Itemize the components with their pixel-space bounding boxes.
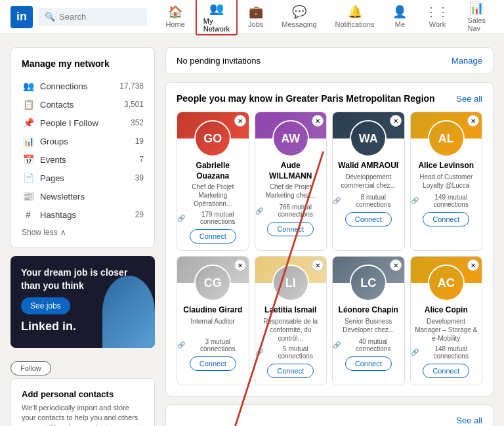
pages-label: Pages <box>40 173 135 183</box>
notifications-icon: 🔔 <box>348 5 362 19</box>
sidebar-item-hashtags[interactable]: # Hashtags 29 <box>22 205 144 224</box>
jobs-icon: 💼 <box>249 5 263 19</box>
connect-btn-3[interactable]: Connect <box>423 212 469 226</box>
ad-card: Your dream job is closer than you think … <box>10 256 155 348</box>
nav-home[interactable]: 🏠 Home <box>158 2 192 32</box>
person-title-5: Responsable de la conformité, du contrôl… <box>255 317 327 343</box>
nav-home-label: Home <box>165 20 184 28</box>
avatar-3: AL <box>428 120 465 157</box>
nav-me-label: Me <box>395 20 405 28</box>
manage-network-card: Manage my network 👥 Connections 17,738 📋… <box>10 47 155 248</box>
person-name-1: Aude WILLMANN <box>255 161 327 181</box>
search-bar[interactable]: 🔍 <box>38 8 147 26</box>
people-grid-1: ✕ GO Gabrielle Ouazana Chef de Projet Ma… <box>177 112 482 251</box>
see-all-3[interactable]: See all <box>456 415 482 425</box>
nav-network-label: My Network <box>203 17 230 33</box>
show-less-btn[interactable]: Show less ∧ <box>22 228 144 237</box>
sidebar-item-contacts[interactable]: 📋 Contacts 3,501 <box>22 95 144 114</box>
avatar-0: GO <box>194 120 231 157</box>
close-btn-6[interactable]: ✕ <box>390 259 402 271</box>
search-icon: 🔍 <box>45 12 55 22</box>
sidebar-item-people-follow[interactable]: 📌 People I Follow 352 <box>22 114 144 132</box>
connect-btn-5[interactable]: Connect <box>267 364 314 378</box>
mutual-icon-1: 🔗 <box>255 207 263 215</box>
nav-work[interactable]: ⋮⋮ Work <box>417 2 457 32</box>
pages-icon: 📄 <box>22 173 35 183</box>
person-title-0: Chef de Projet Marketing Opérationn... <box>177 182 249 208</box>
close-btn-3[interactable]: ✕ <box>467 115 479 127</box>
contact-card: Add personal contacts We'll periodically… <box>10 378 155 426</box>
newsletters-label: Newsletters <box>40 192 144 202</box>
avatar-initials-3: AL <box>429 121 463 156</box>
people-section-1: People you may know in Greater Paris Met… <box>165 82 494 396</box>
sidebar-item-groups[interactable]: 📊 Groups 19 <box>22 132 144 150</box>
avatar-initials-4: CG <box>196 266 230 300</box>
connect-btn-4[interactable]: Connect <box>190 356 236 371</box>
work-icon: ⋮⋮ <box>425 5 449 19</box>
manage-link[interactable]: Manage <box>452 56 482 66</box>
mutual-icon-4: 🔗 <box>177 341 185 349</box>
avatar-7: AC <box>428 265 465 301</box>
person-mutual-4: 🔗 3 mutual connections <box>177 338 249 352</box>
invitations-bar: No pending invitations Manage <box>165 47 494 74</box>
person-title-4: Internal Auditor <box>177 317 249 335</box>
pages-count: 39 <box>135 173 144 182</box>
person-mutual-2: 🔗 8 mutual connections <box>333 194 404 208</box>
close-btn-0[interactable]: ✕ <box>234 115 246 127</box>
nav-notifications[interactable]: 🔔 Notifications <box>327 2 383 32</box>
person-title-6: Senior Business Developer chez... <box>333 317 404 335</box>
nav-sales-label: Sales Nav <box>467 16 486 32</box>
groups-icon: 📊 <box>22 136 35 146</box>
avatar-initials-0: GO <box>196 121 230 156</box>
follow-button[interactable]: Follow <box>10 361 51 375</box>
nav-jobs[interactable]: 💼 Jobs <box>240 2 271 32</box>
person-name-2: Walid AMRAOUI <box>333 161 404 171</box>
section-header-1: People you may know in Greater Paris Met… <box>177 93 482 104</box>
mutual-icon-3: 🔗 <box>411 197 419 204</box>
sidebar-item-pages[interactable]: 📄 Pages 39 <box>22 169 144 187</box>
person-mutual-1: 🔗 766 mutual connections <box>255 203 327 218</box>
events-icon: 📅 <box>22 154 35 165</box>
connect-btn-7[interactable]: Connect <box>423 364 469 378</box>
person-card-5: ✕ LI Laetitia Ismail Responsable de la c… <box>255 256 327 385</box>
close-btn-4[interactable]: ✕ <box>234 259 246 271</box>
person-name-3: Alice Levinson <box>411 161 482 171</box>
avatar-4: CG <box>194 265 231 301</box>
mutual-icon-5: 🔗 <box>255 349 263 356</box>
search-input[interactable] <box>59 12 140 22</box>
avatar-initials-7: AC <box>429 266 463 300</box>
close-btn-2[interactable]: ✕ <box>390 115 402 127</box>
connect-btn-0[interactable]: Connect <box>190 229 236 244</box>
person-title-7: Development Manager – Storage & e-Mobili… <box>411 317 482 343</box>
me-icon: 👤 <box>392 5 407 19</box>
sidebar-item-newsletters[interactable]: 📰 Newsletters <box>22 187 144 205</box>
people-follow-count: 352 <box>131 118 144 127</box>
see-all-1[interactable]: See all <box>456 94 482 104</box>
nav-notifications-label: Notifications <box>335 20 375 28</box>
person-card-0: ✕ GO Gabrielle Ouazana Chef de Projet Ma… <box>177 112 249 251</box>
linkedin-logo[interactable]: in <box>10 6 33 28</box>
events-label: Events <box>40 155 139 165</box>
ad-person-image <box>102 276 155 348</box>
nav-messaging[interactable]: 💬 Messaging <box>274 2 324 32</box>
sidebar-item-events[interactable]: 📅 Events 7 <box>22 150 144 169</box>
connect-btn-2[interactable]: Connect <box>345 212 392 226</box>
person-title-3: Head of Customer Loyalty @Lucca <box>411 173 482 191</box>
avatar-initials-1: AW <box>274 121 308 156</box>
close-btn-1[interactable]: ✕ <box>312 115 324 127</box>
nav-sales-nav[interactable]: 📊 Sales Nav <box>459 0 494 36</box>
connect-btn-6[interactable]: Connect <box>345 356 392 371</box>
sidebar-item-connections[interactable]: 👥 Connections 17,738 <box>22 77 144 95</box>
person-card-6: ✕ LC Léonore Chapin Senior Business Deve… <box>332 256 405 385</box>
newsletters-icon: 📰 <box>22 191 35 202</box>
see-jobs-button[interactable]: See jobs <box>21 297 70 314</box>
nav-my-network[interactable]: 👥 My Network <box>196 0 238 35</box>
connections-label: Connections <box>40 81 119 91</box>
contact-title: Add personal contacts <box>22 389 144 399</box>
person-mutual-5: 🔗 5 mutual connections <box>255 345 327 360</box>
avatar-6: LC <box>350 265 387 301</box>
person-name-6: Léonore Chapin <box>333 305 404 316</box>
connect-btn-1[interactable]: Connect <box>267 222 314 236</box>
nav-me[interactable]: 👤 Me <box>385 2 415 32</box>
main-nav: 🏠 Home 👥 My Network 💼 Jobs 💬 Messaging 🔔… <box>158 0 494 36</box>
